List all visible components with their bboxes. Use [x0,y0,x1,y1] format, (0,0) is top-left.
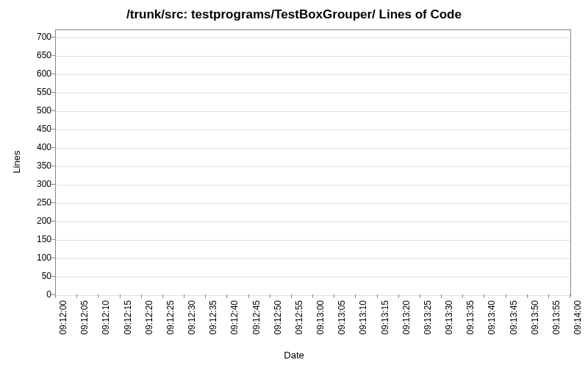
x-tick-mark [570,294,570,298]
gridline [56,240,570,241]
x-tick-label: 09:12:25 [165,300,176,335]
x-tick-mark [527,294,528,298]
x-tick-label: 09:12:15 [123,300,133,335]
x-tick-mark [484,294,484,298]
x-tick-label: 09:13:40 [487,300,497,335]
x-tick-label: 09:12:45 [251,300,262,335]
plot-area [55,29,571,296]
gridline [56,222,570,222]
x-tick-mark [377,294,378,298]
y-tick-mark [51,92,55,93]
y-tick-mark [51,37,55,38]
y-tick-label: 0 [15,289,51,300]
y-tick-label: 250 [15,197,51,208]
x-tick-label: 09:12:50 [273,300,283,335]
gridline [56,277,570,277]
y-tick-mark [51,184,55,185]
gridline [56,38,570,38]
gridline [56,166,570,167]
gridline [56,74,570,75]
gridline [56,203,570,204]
y-tick-label: 600 [15,68,51,79]
x-tick-label: 09:12:40 [229,300,240,335]
x-tick-mark [76,294,77,298]
x-tick-mark [270,294,270,298]
gridline [56,148,570,149]
x-tick-label: 09:12:10 [101,300,111,335]
y-tick-label: 650 [15,50,51,60]
y-tick-label: 200 [15,216,51,226]
y-tick-label: 50 [15,271,51,281]
x-tick-mark [462,294,463,298]
gridline [56,295,570,296]
x-tick-mark [548,294,549,298]
x-tick-mark [205,294,206,298]
x-tick-label: 09:12:20 [144,300,154,335]
x-tick-mark [162,294,163,298]
x-tick-label: 09:13:45 [509,300,519,335]
x-tick-mark [291,294,292,298]
gridline [56,185,570,185]
y-tick-mark [51,239,55,240]
y-tick-mark [51,221,55,222]
y-tick-mark [51,74,55,74]
x-tick-mark [248,294,249,298]
x-tick-label: 09:13:00 [315,300,326,335]
x-tick-label: 09:12:55 [294,300,304,335]
y-tick-label: 700 [15,32,51,42]
y-tick-label: 550 [15,87,51,97]
x-tick-label: 09:12:00 [58,300,68,335]
x-axis-label: Date [284,350,304,361]
gridline [56,93,570,93]
x-tick-mark [55,294,56,298]
y-tick-mark [51,55,55,56]
x-tick-mark [355,294,356,298]
x-tick-label: 09:12:30 [187,300,197,335]
y-tick-mark [51,129,55,130]
x-tick-label: 09:13:15 [380,300,390,335]
x-tick-label: 09:12:05 [79,300,90,335]
gridline [56,130,570,130]
gridline [56,258,570,259]
y-tick-label: 150 [15,234,51,244]
y-tick-mark [51,202,55,203]
chart-title: /trunk/src: testprograms/TestBoxGrouper/… [0,0,588,22]
y-tick-label: 350 [15,160,51,171]
x-tick-label: 09:13:25 [423,300,433,335]
y-tick-mark [51,147,55,148]
x-tick-label: 09:13:55 [551,300,562,335]
y-tick-label: 500 [15,105,51,116]
x-tick-mark [398,294,399,298]
x-tick-label: 09:14:00 [573,300,583,335]
x-tick-mark [334,294,334,298]
y-tick-label: 450 [15,124,51,134]
x-tick-label: 09:13:10 [358,300,368,335]
gridline [56,111,570,112]
y-tick-mark [51,110,55,111]
x-tick-mark [184,294,184,298]
y-tick-mark [51,276,55,277]
x-tick-label: 09:13:30 [444,300,454,335]
chart-container: /trunk/src: testprograms/TestBoxGrouper/… [0,0,588,368]
x-tick-mark [98,294,98,298]
x-tick-mark [226,294,227,298]
y-tick-label: 400 [15,142,51,152]
x-tick-mark [506,294,506,298]
y-tick-mark [51,258,55,258]
gridline [56,56,570,57]
x-tick-label: 09:13:35 [465,300,476,335]
x-tick-label: 09:13:20 [401,300,412,335]
x-tick-mark [120,294,121,298]
x-tick-mark [441,294,442,298]
y-tick-mark [51,166,55,166]
x-tick-mark [141,294,142,298]
x-tick-mark [420,294,420,298]
y-tick-label: 300 [15,179,51,189]
x-tick-mark [312,294,313,298]
y-tick-label: 100 [15,252,51,263]
x-tick-label: 09:12:35 [208,300,218,335]
x-tick-label: 09:13:50 [530,300,540,335]
x-tick-label: 09:13:05 [337,300,347,335]
